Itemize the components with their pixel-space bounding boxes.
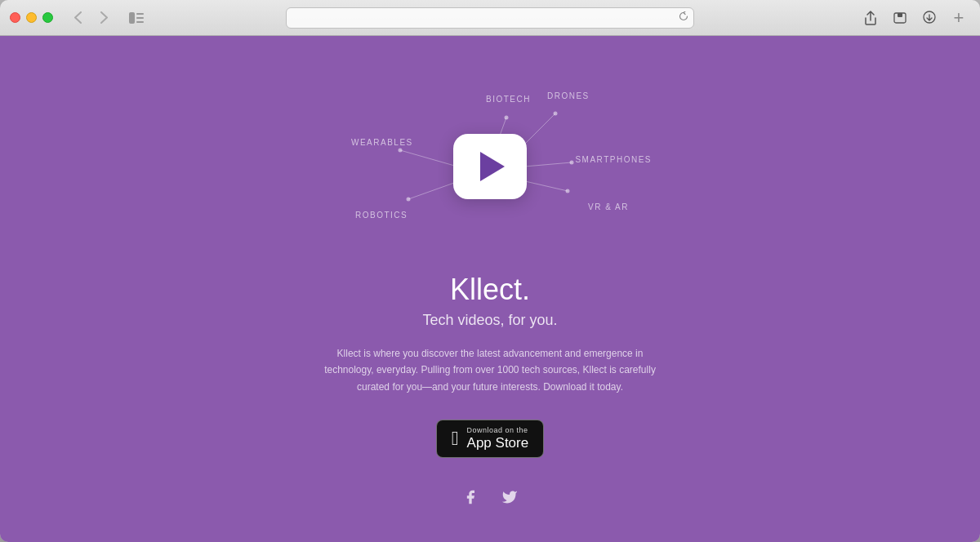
new-tab-button[interactable]	[889, 9, 911, 27]
page-content: BIOTECH DRONES WEARABLES SMARTPHONES ROB…	[0, 36, 980, 542]
label-drones: DRONES	[547, 91, 590, 100]
video-icon[interactable]	[453, 134, 527, 199]
svg-rect-3	[136, 21, 144, 23]
apple-icon: 	[452, 429, 459, 448]
svg-rect-5	[898, 13, 902, 17]
label-smartphones: SMARTPHONES	[575, 155, 652, 164]
nav-buttons	[66, 9, 115, 27]
maximize-button[interactable]	[42, 12, 53, 23]
svg-rect-2	[136, 17, 144, 19]
svg-point-10	[554, 112, 558, 116]
toolbar-right: +	[859, 9, 970, 27]
app-description: Kllect is where you discover the latest …	[318, 345, 662, 395]
share-button[interactable]	[859, 9, 882, 27]
social-icons	[461, 487, 519, 507]
back-button[interactable]	[66, 9, 89, 27]
svg-point-14	[570, 161, 574, 165]
sidebar-toggle-button[interactable]	[125, 9, 148, 27]
titlebar: +	[0, 0, 980, 36]
svg-point-8	[505, 116, 509, 120]
download-button[interactable]	[918, 9, 941, 27]
svg-point-12	[399, 149, 403, 153]
forward-button[interactable]	[92, 9, 115, 27]
close-button[interactable]	[10, 12, 20, 23]
label-robotics: ROBOTICS	[355, 211, 408, 220]
browser-window: +	[0, 0, 980, 542]
svg-point-16	[407, 198, 411, 202]
svg-line-11	[400, 150, 457, 167]
svg-point-18	[566, 189, 570, 193]
app-store-name-text: App Store	[467, 435, 529, 451]
label-vr-ar: VR & AR	[588, 202, 629, 211]
svg-rect-1	[136, 13, 144, 15]
traffic-lights	[10, 12, 53, 23]
play-triangle	[480, 152, 505, 181]
address-bar-container	[286, 7, 694, 29]
add-tab-button[interactable]: +	[947, 9, 970, 27]
label-biotech: BIOTECH	[486, 95, 531, 104]
label-wearables: WEARABLES	[351, 138, 413, 147]
refresh-button[interactable]	[679, 11, 688, 24]
app-title: Kllect.	[318, 273, 662, 307]
facebook-icon[interactable]	[461, 487, 480, 507]
btn-text: Download on the App Store	[467, 426, 529, 451]
twitter-icon[interactable]	[500, 487, 519, 507]
address-bar[interactable]	[286, 7, 694, 29]
app-subtitle: Tech videos, for you.	[318, 312, 662, 329]
svg-line-13	[524, 162, 572, 167]
download-on-text: Download on the	[467, 426, 529, 435]
diagram-section: BIOTECH DRONES WEARABLES SMARTPHONES ROB…	[327, 85, 653, 248]
svg-rect-0	[129, 12, 135, 24]
text-section: Kllect. Tech videos, for you. Kllect is …	[318, 273, 662, 395]
app-store-button[interactable]:  Download on the App Store	[436, 420, 544, 458]
minimize-button[interactable]	[26, 12, 37, 23]
